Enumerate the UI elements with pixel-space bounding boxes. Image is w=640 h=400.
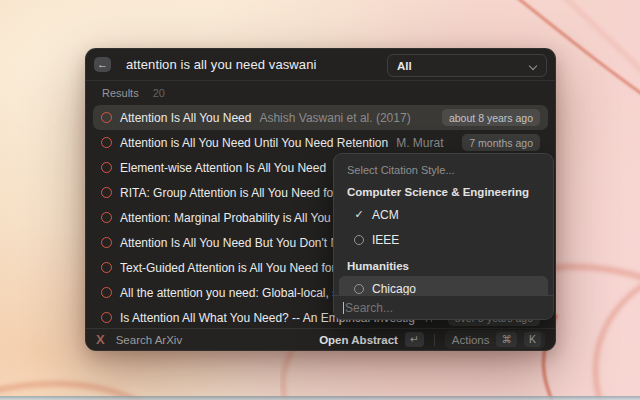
- result-title: Attention is All You Need Until You Need…: [120, 136, 388, 150]
- option-label: Chicago: [372, 282, 416, 296]
- radio-circle-icon: [354, 284, 364, 294]
- actions-button[interactable]: Actions ⌘ K: [445, 330, 545, 349]
- paper-icon: [101, 187, 112, 198]
- popup-search-field[interactable]: Search...: [334, 295, 553, 319]
- results-count: 20: [153, 87, 165, 99]
- arxiv-logo-icon: X: [96, 332, 105, 347]
- raycast-window: ← attention is all you need vaswani All …: [85, 48, 556, 351]
- citation-style-popup: Select Citation Style... Computer Scienc…: [333, 153, 554, 320]
- popup-title: Select Citation Style...: [334, 154, 553, 178]
- extension-name: Search ArXiv: [116, 334, 182, 346]
- citation-style-option[interactable]: IEEE: [339, 227, 548, 252]
- back-button[interactable]: ←: [94, 57, 111, 72]
- popup-sections: Computer Science & Engineering ✓ ACM IEE…: [334, 178, 553, 301]
- footer-actions: Open Abstract ↵ Actions ⌘ K: [319, 330, 545, 349]
- paper-icon: [101, 312, 112, 323]
- citation-style-option[interactable]: ✓ ACM: [339, 202, 548, 227]
- filter-dropdown[interactable]: All: [387, 54, 547, 77]
- result-row[interactable]: Attention Is All You Need Ashish Vaswani…: [93, 105, 548, 130]
- result-row[interactable]: Attention is All You Need Until You Need…: [93, 130, 548, 155]
- result-date-badge: 7 months ago: [462, 134, 540, 151]
- text-cursor: [343, 302, 344, 314]
- paper-icon: [101, 112, 112, 123]
- option-label: ACM: [372, 208, 399, 222]
- k-key-icon: K: [524, 332, 541, 347]
- actions-label: Actions: [452, 334, 490, 346]
- result-title: Attention Is All You Need: [120, 111, 251, 125]
- checkmark-icon: ✓: [352, 208, 366, 221]
- search-input[interactable]: attention is all you need vaswani: [126, 57, 316, 72]
- wallpaper-bottom-edge: [0, 396, 640, 400]
- paper-icon: [101, 237, 112, 248]
- footer-bar: X Search ArXiv Open Abstract ↵ Actions ⌘…: [86, 328, 555, 350]
- option-label: IEEE: [372, 233, 399, 247]
- popup-section-header: Humanities: [334, 252, 553, 276]
- result-author: Ashish Vaswani et al. (2017): [259, 111, 410, 125]
- results-section-header: Results 20: [86, 81, 555, 105]
- option-state-icon: [352, 284, 366, 294]
- result-author: M. Murat Yaslioglu (2025): [396, 136, 446, 150]
- open-abstract-button[interactable]: Open Abstract: [319, 334, 398, 346]
- results-label: Results: [102, 87, 139, 99]
- paper-icon: [101, 162, 112, 173]
- paper-icon: [101, 137, 112, 148]
- paper-icon: [101, 287, 112, 298]
- option-state-icon: [352, 235, 366, 245]
- popup-section-header: Computer Science & Engineering: [334, 178, 553, 202]
- search-header: ← attention is all you need vaswani All: [86, 49, 555, 80]
- result-date-badge: about 8 years ago: [442, 109, 540, 126]
- paper-icon: [101, 262, 112, 273]
- enter-key-icon: ↵: [405, 332, 424, 347]
- footer-divider: [434, 334, 435, 346]
- chevron-down-icon: [530, 62, 537, 69]
- radio-circle-icon: [354, 235, 364, 245]
- result-title: Element-wise Attention Is All You Need: [120, 161, 326, 175]
- back-arrow-icon: ←: [97, 59, 108, 70]
- command-key-icon: ⌘: [496, 332, 517, 347]
- paper-icon: [101, 212, 112, 223]
- popup-search-placeholder: Search...: [345, 301, 393, 315]
- filter-value: All: [397, 60, 412, 72]
